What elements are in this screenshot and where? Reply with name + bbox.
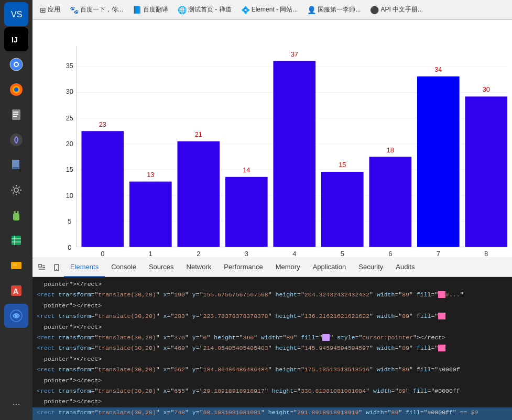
devtools-device-icon[interactable] <box>49 260 64 275</box>
sidebar-icon-chrome[interactable] <box>4 52 28 76</box>
svg-rect-29 <box>12 236 21 245</box>
bar-label-4: 37 <box>291 50 298 58</box>
bar-5[interactable] <box>321 172 364 247</box>
bookmark-apps[interactable]: ⊞ 应用 <box>37 4 63 15</box>
bar-2[interactable] <box>177 141 220 247</box>
code-line-14-highlighted: pointer"></rect> == $0 <box>32 418 512 420</box>
tab-sources[interactable]: Sources <box>143 258 180 277</box>
bar-label-7: 34 <box>434 65 442 73</box>
sidebar-icon-spiral[interactable] <box>4 128 28 152</box>
code-line-5: pointer"></rect> <box>32 322 512 333</box>
svg-text:20: 20 <box>66 140 73 148</box>
sidebar-icon-android[interactable] <box>4 203 28 227</box>
sidebar-icon-more[interactable]: ··· <box>4 392 28 416</box>
sidebar-icon-intellij[interactable]: IJ <box>4 27 28 51</box>
sidebar-icon-vscode[interactable]: VS <box>4 2 28 26</box>
tab-elements[interactable]: Elements <box>64 258 105 277</box>
baidu-translate-icon: 📘 <box>133 6 141 14</box>
tab-security[interactable]: Security <box>352 258 389 277</box>
code-line-12: pointer"></rect> <box>32 396 512 407</box>
bookmark-baidu-translate[interactable]: 📘 百度翻译 <box>129 4 171 15</box>
bookmark-element[interactable]: 💠 Element - 网站... <box>238 4 301 15</box>
api-icon: ⚫ <box>370 6 379 14</box>
tab-memory[interactable]: Memory <box>269 258 307 277</box>
sidebar-icon-remote[interactable] <box>4 304 28 328</box>
code-line-6: <rect transform="translate(30,20)" x="37… <box>32 333 512 343</box>
svg-line-23 <box>19 193 20 194</box>
x-label-6: 6 <box>388 250 392 258</box>
svg-point-27 <box>14 211 16 213</box>
code-line-10: pointer"></rect> <box>32 375 512 386</box>
svg-text:VS: VS <box>11 10 22 19</box>
svg-text:25: 25 <box>66 114 73 122</box>
zentao-icon: 🌐 <box>178 6 187 14</box>
bar-6[interactable] <box>369 157 411 247</box>
code-line-11: <rect transform="translate(30,20)" x="65… <box>32 386 512 396</box>
bar-0[interactable] <box>81 131 124 247</box>
bookmark-baidu-search[interactable]: 🐾 百度一下，你... <box>67 4 126 15</box>
devtools-code-content: pointer"></rect> <rect transform="transl… <box>32 277 512 420</box>
tab-performance[interactable]: Performance <box>217 258 269 277</box>
x-label-1: 1 <box>149 250 152 258</box>
chart-area: 0 5 10 15 20 25 30 35 23 <box>32 20 512 258</box>
devtools-toolbar: Elements Console Sources Network Perform… <box>32 258 512 277</box>
svg-text:10: 10 <box>66 192 73 200</box>
svg-line-22 <box>13 187 14 188</box>
bar-chart-svg: 0 5 10 15 20 25 30 35 23 <box>32 20 512 258</box>
svg-point-17 <box>14 188 18 192</box>
svg-rect-11 <box>13 112 18 113</box>
bar-1[interactable] <box>129 182 172 247</box>
sidebar-icon-firefox[interactable] <box>4 78 28 102</box>
code-line-4: <rect transform="translate(30,20)" x="28… <box>32 311 512 322</box>
bar-7[interactable] <box>417 76 460 247</box>
bar-label-2: 21 <box>195 130 202 138</box>
svg-rect-26 <box>13 213 19 220</box>
sidebar-icon-document[interactable] <box>4 153 28 177</box>
svg-rect-16 <box>13 167 19 169</box>
svg-rect-13 <box>13 116 17 117</box>
code-line-1: pointer"></rect> <box>32 279 512 290</box>
svg-text:IJ: IJ <box>12 36 18 44</box>
svg-text:A: A <box>13 287 18 295</box>
sidebar: VS IJ A ··· <box>0 0 32 420</box>
bar-label-0: 23 <box>99 120 106 128</box>
tab-audits[interactable]: Audits <box>389 258 421 277</box>
bar-label-1: 13 <box>147 171 154 179</box>
baidu-search-icon: 🐾 <box>70 6 79 14</box>
sidebar-icon-font[interactable]: A <box>4 279 28 303</box>
svg-rect-57 <box>39 264 41 267</box>
bar-3[interactable] <box>225 177 268 247</box>
bar-label-6: 18 <box>387 146 394 154</box>
bookmark-zentao[interactable]: 🌐 测试首页 - 禅道 <box>175 4 235 15</box>
svg-point-6 <box>15 63 18 66</box>
x-label-4: 4 <box>292 250 296 258</box>
x-label-8: 8 <box>484 250 488 258</box>
bar-label-8: 30 <box>483 85 490 93</box>
bookmark-lishi[interactable]: 👤 国服第一李师... <box>304 4 364 15</box>
tab-application[interactable]: Application <box>307 258 353 277</box>
svg-text:30: 30 <box>66 87 73 95</box>
sidebar-icon-slides[interactable] <box>4 253 28 278</box>
devtools-panel: Elements Console Sources Network Perform… <box>32 258 512 420</box>
svg-text:5: 5 <box>68 217 71 225</box>
tab-console[interactable]: Console <box>105 258 143 277</box>
sidebar-icon-settings[interactable] <box>4 178 28 202</box>
svg-text:0: 0 <box>68 244 71 251</box>
sidebar-icon-sheets[interactable] <box>4 228 28 252</box>
bar-4[interactable] <box>273 61 315 247</box>
bookmark-api[interactable]: ⚫ API 中文手册... <box>367 4 426 15</box>
x-label-2: 2 <box>197 250 200 258</box>
apps-icon: ⊞ <box>40 6 46 14</box>
main-content: ⊞ 应用 🐾 百度一下，你... 📘 百度翻译 🌐 测试首页 - 禅道 💠 El… <box>32 0 512 420</box>
bar-8[interactable] <box>465 96 507 247</box>
devtools-inspect-icon[interactable] <box>35 260 49 275</box>
svg-line-25 <box>13 193 14 194</box>
svg-point-9 <box>14 87 18 92</box>
svg-point-38 <box>15 314 18 317</box>
tab-network[interactable]: Network <box>180 258 218 277</box>
x-label-0: 0 <box>101 250 104 258</box>
svg-text:15: 15 <box>66 165 73 173</box>
sidebar-icon-files[interactable] <box>4 103 28 127</box>
code-line-7: <rect transform="translate(30,20)" x="46… <box>32 343 512 353</box>
x-label-3: 3 <box>245 250 248 258</box>
